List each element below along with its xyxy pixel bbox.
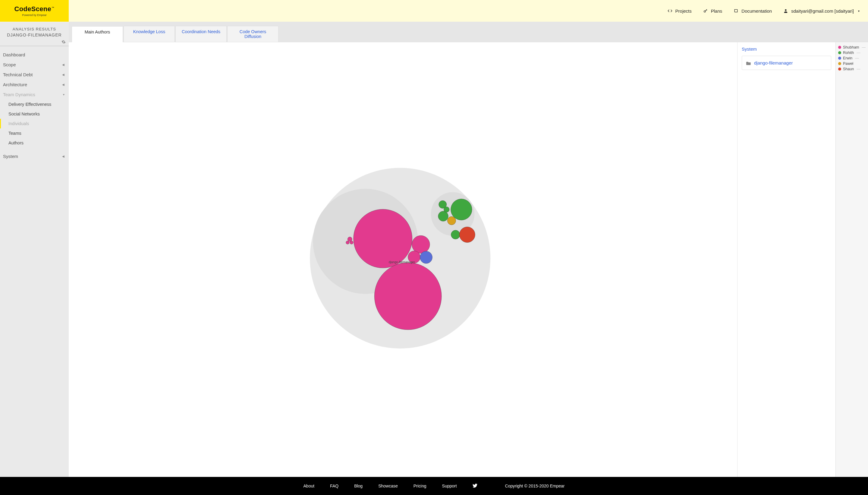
legend-item[interactable]: Paweł <box>838 61 866 66</box>
footer-link-twitter[interactable] <box>473 483 478 489</box>
svg-point-5 <box>347 237 352 241</box>
svg-point-7 <box>350 241 353 244</box>
tab-coordination-needs[interactable]: Coordination Needs <box>175 26 227 42</box>
legend-surname: — <box>855 56 859 60</box>
logo-subtitle: Powered by Empear <box>22 14 47 17</box>
tab-main-authors[interactable]: Main Authors <box>72 26 123 42</box>
sidebar-project: DJANGO-FILEMANAGER <box>2 33 66 37</box>
folder-link[interactable]: django-filemanager <box>754 60 793 65</box>
svg-text:django-filemanager: django-filemanager <box>389 260 415 264</box>
svg-point-6 <box>346 241 349 244</box>
svg-point-17 <box>420 251 433 263</box>
legend-item[interactable]: Erwin— <box>838 55 866 61</box>
legend-swatch <box>838 46 841 49</box>
author-legend: Shubham—Rohith—Erwin—PawełShaun— <box>835 42 868 477</box>
svg-point-12 <box>447 217 456 225</box>
chevron-down-icon: ▾ <box>63 93 65 96</box>
footer-link-showcase[interactable]: Showcase <box>378 483 398 488</box>
right-panel: System django-filemanager <box>737 42 835 477</box>
legend-item[interactable]: Rohith— <box>838 50 866 55</box>
tabs: Main Authors Knowledge Loss Coordination… <box>69 22 868 42</box>
header-nav: Projects Plans Documentation sdaityari@g… <box>69 0 868 22</box>
footer-link-support[interactable]: Support <box>442 483 457 488</box>
legend-item[interactable]: Shaun— <box>838 66 866 72</box>
sidebar-menu: Dashboard Scope◀ Technical Debt◀ Archite… <box>0 46 69 100</box>
sidebar-item-team-dynamics[interactable]: Team Dynamics▾ <box>0 89 69 100</box>
legend-item[interactable]: Shubham— <box>838 45 866 50</box>
footer: About FAQ Blog Showcase Pricing Support … <box>0 477 868 495</box>
nav-documentation[interactable]: Documentation <box>733 8 772 14</box>
footer-copyright: Copyright © 2015-2020 Empear <box>505 483 565 488</box>
sidebar-item-technical-debt[interactable]: Technical Debt◀ <box>0 70 69 80</box>
svg-point-0 <box>704 11 705 12</box>
svg-point-14 <box>374 262 441 330</box>
book-icon <box>733 8 739 13</box>
sidebar-item-architecture[interactable]: Architecture◀ <box>0 80 69 89</box>
sidebar-item-dashboard[interactable]: Dashboard <box>0 50 69 60</box>
nav-plans[interactable]: Plans <box>703 8 723 14</box>
legend-surname: — <box>856 67 861 71</box>
chevron-left-icon: ◀ <box>62 73 65 76</box>
chevron-left-icon: ◀ <box>62 155 65 158</box>
key-icon <box>703 8 708 13</box>
sidebar-subitem-teams[interactable]: Teams <box>0 129 69 138</box>
sidebar-subitem-individuals[interactable]: Individuals <box>0 119 69 129</box>
circle-pack-chart[interactable]: django-filemanager <box>289 163 518 356</box>
sidebar-menu-bottom: System◀ <box>0 148 69 161</box>
sidebar-header: ANALYSIS RESULTS DJANGO-FILEMANAGER <box>0 22 69 39</box>
header: CodeScene™ Powered by Empear Projects Pl… <box>0 0 868 22</box>
caret-down-icon: ▾ <box>858 9 860 13</box>
nav-projects[interactable]: Projects <box>667 8 692 14</box>
footer-link-pricing[interactable]: Pricing <box>414 483 427 488</box>
legend-surname: — <box>856 51 861 55</box>
svg-point-15 <box>412 236 430 253</box>
legend-name: Rohith <box>843 51 854 55</box>
logo-text: CodeScene™ <box>15 5 55 13</box>
svg-point-18 <box>451 230 460 239</box>
svg-point-19 <box>459 227 475 242</box>
sidebar-subitem-delivery[interactable]: Delivery Effectiveness <box>0 100 69 109</box>
user-icon <box>783 8 788 13</box>
gear-icon[interactable] <box>62 40 66 44</box>
svg-point-1 <box>785 9 787 11</box>
svg-point-13 <box>444 207 449 212</box>
legend-name: Erwin <box>843 56 852 60</box>
legend-swatch <box>838 57 841 60</box>
sidebar-heading: ANALYSIS RESULTS <box>2 27 66 31</box>
legend-surname: — <box>862 45 866 49</box>
chart-zone: django-filemanager <box>69 42 737 477</box>
sidebar-submenu-team-dynamics: Delivery Effectiveness Social Networks I… <box>0 100 69 148</box>
logo[interactable]: CodeScene™ Powered by Empear <box>0 0 69 22</box>
legend-name: Paweł <box>843 62 853 66</box>
svg-point-4 <box>353 209 412 268</box>
legend-swatch <box>838 62 841 65</box>
sidebar-item-scope[interactable]: Scope◀ <box>0 60 69 70</box>
tab-knowledge-loss[interactable]: Knowledge Loss <box>124 26 175 42</box>
sidebar-subitem-social[interactable]: Social Networks <box>0 109 69 119</box>
code-icon <box>667 8 672 13</box>
breadcrumb-system[interactable]: System <box>742 47 831 52</box>
tab-code-owners-diffusion[interactable]: Code Owners Diffusion <box>227 26 278 42</box>
legend-swatch <box>838 68 841 70</box>
footer-link-blog[interactable]: Blog <box>354 483 363 488</box>
chevron-left-icon: ◀ <box>62 83 65 86</box>
folder-card[interactable]: django-filemanager <box>742 56 831 70</box>
legend-name: Shaun <box>843 67 854 71</box>
legend-swatch <box>838 51 841 54</box>
chevron-left-icon: ◀ <box>62 63 65 66</box>
footer-link-about[interactable]: About <box>303 483 315 488</box>
footer-link-faq[interactable]: FAQ <box>330 483 338 488</box>
twitter-icon <box>473 483 478 488</box>
legend-name: Shubham <box>843 45 859 49</box>
tab-panel: django-filemanager System django-fileman… <box>69 42 868 477</box>
main: Main Authors Knowledge Loss Coordination… <box>69 22 868 477</box>
svg-point-11 <box>438 211 448 221</box>
nav-user[interactable]: sdaityari@gmail.com [sdaityari] ▾ <box>783 8 860 14</box>
folder-icon <box>746 61 751 65</box>
svg-point-9 <box>451 199 472 220</box>
sidebar-item-system[interactable]: System◀ <box>0 151 69 161</box>
sidebar: ANALYSIS RESULTS DJANGO-FILEMANAGER Dash… <box>0 22 69 477</box>
sidebar-subitem-authors[interactable]: Authors <box>0 138 69 148</box>
